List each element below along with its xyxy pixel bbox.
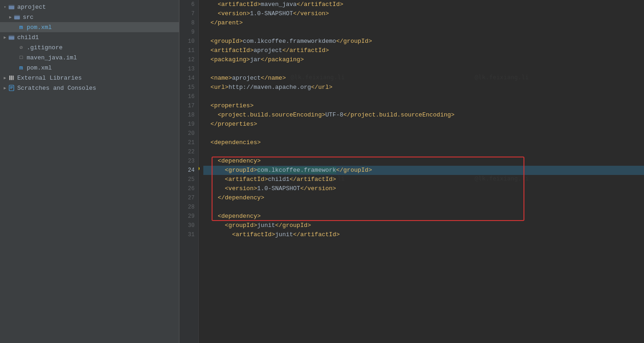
sidebar-item-label: pom.xml — [27, 24, 52, 31]
code-text: <dependencies> — [203, 138, 261, 147]
scratches-icon — [8, 84, 15, 92]
line-num-16: 16 — [183, 92, 195, 101]
code-line-19: </properties> — [203, 120, 644, 129]
line-num-17: 17 — [183, 101, 195, 110]
sidebar-item-external-libraries[interactable]: ▶ External Libraries — [0, 73, 179, 83]
code-line-8: </parent> — [203, 18, 644, 28]
code-line-16 — [203, 92, 644, 101]
line-num-14: 14 — [183, 74, 195, 83]
line-num-21: 21 — [183, 138, 195, 147]
line-num-30: 30 — [183, 221, 195, 230]
code-line-18: <project.build.sourceEncoding>UTF-8</pro… — [203, 110, 644, 120]
sidebar: ▾ aproject ▶ src m pom.xml ▶ child1 ⊘ .g… — [0, 0, 179, 343]
code-text: <groupId>junit</groupId> — [203, 221, 311, 230]
code-line-13 — [203, 64, 644, 74]
lightbulb-icon[interactable]: 💡 — [199, 166, 201, 175]
code-line-6: <artifactId>maven_java</artifactId> — [203, 0, 644, 9]
code-line-15: <url>http://maven.apache.org</url> — [203, 83, 644, 92]
sidebar-item-aproject[interactable]: ▾ aproject — [0, 2, 179, 12]
code-line-23: <dependency> — [203, 157, 644, 166]
sidebar-item-label: aproject — [17, 4, 46, 11]
line-num-25: 25 — [183, 175, 195, 184]
code-line-11: <artifactId>aproject</artifactId> — [203, 46, 644, 55]
code-text: <artifactId>junit</artifactId> — [203, 230, 339, 239]
sidebar-item-maven-java-iml[interactable]: □ maven_java.iml — [0, 52, 179, 63]
editor: 6 7 8 9 10 11 12 13 14 15 16 17 18 19 20… — [179, 0, 644, 343]
git-icon: ⊘ — [17, 44, 25, 51]
code-text: </parent> — [203, 18, 243, 28]
code-line-14: <name>aproject</name> — [203, 74, 644, 83]
sidebar-item-label: src — [23, 14, 33, 21]
code-line-9 — [203, 28, 644, 37]
code-text: <version>1.0-SNAPSHOT</version> — [203, 184, 336, 193]
svg-rect-9 — [9, 85, 14, 91]
line-numbers: 6 7 8 9 10 11 12 13 14 15 16 17 18 19 20… — [179, 0, 199, 343]
line-num-31: 31 — [183, 230, 195, 239]
sidebar-item-src[interactable]: ▶ src — [0, 12, 179, 22]
line-num-29: 29 — [183, 212, 195, 221]
code-line-29: <dependency> — [203, 212, 644, 221]
code-line-12: <packaging>jar</packaging> — [203, 55, 644, 64]
code-text: <artifactId>child1</artifactId> — [203, 175, 336, 184]
code-text: <groupId>com.lkcoffee.frameworkdemo</gro… — [203, 37, 372, 46]
line-num-9: 9 — [183, 28, 195, 37]
svg-rect-7 — [11, 76, 12, 80]
code-line-17: <properties> — [203, 101, 644, 110]
svg-rect-8 — [13, 76, 14, 80]
sidebar-item-pom-xml-root[interactable]: m pom.xml — [0, 63, 179, 73]
sidebar-item-scratches[interactable]: ▶ Scratches and Consoles — [0, 83, 179, 93]
iml-icon: □ — [17, 54, 25, 61]
maven-icon: m — [17, 64, 25, 71]
code-content[interactable]: <artifactId>maven_java</artifactId> <ver… — [199, 0, 644, 343]
code-text: <dependency> — [203, 212, 261, 221]
code-line-30: <groupId>junit</groupId> — [203, 221, 644, 230]
code-text: <project.build.sourceEncoding>UTF-8</pro… — [203, 110, 454, 120]
code-text: <url>http://maven.apache.org</url> — [203, 83, 333, 92]
svg-rect-1 — [9, 6, 14, 9]
line-num-20: 20 — [183, 129, 195, 138]
code-line-25: <artifactId>child1</artifactId> — [203, 175, 644, 184]
chevron-right-icon: ▶ — [4, 35, 6, 40]
sidebar-item-label: maven_java.iml — [27, 54, 77, 61]
line-num-11: 11 — [183, 46, 195, 55]
code-text: <dependency> — [203, 157, 261, 166]
chevron-down-icon: ▾ — [4, 5, 6, 10]
sidebar-item-label: child1 — [17, 34, 39, 41]
line-num-8: 8 — [183, 18, 195, 28]
line-num-28: 28 — [183, 203, 195, 212]
code-text: <version>1.0-SNAPSHOT</version> — [203, 9, 329, 18]
svg-rect-5 — [9, 36, 14, 40]
sidebar-item-label: Scratches and Consoles — [17, 85, 96, 92]
line-num-10: 10 — [183, 37, 195, 46]
code-line-21: <dependencies> — [203, 138, 644, 147]
line-num-26: 26 — [183, 184, 195, 193]
code-area[interactable]: 6 7 8 9 10 11 12 13 14 15 16 17 18 19 20… — [179, 0, 644, 343]
svg-rect-6 — [9, 76, 11, 80]
code-text: <packaging>jar</packaging> — [203, 55, 304, 64]
line-num-27: 27 — [183, 193, 195, 203]
code-line-26: <version>1.0-SNAPSHOT</version> — [203, 184, 644, 193]
chevron-right-icon: ▶ — [4, 76, 6, 81]
code-text: <name>aproject</name> — [203, 74, 286, 83]
line-num-12: 12 — [183, 55, 195, 64]
code-text: <artifactId>maven_java</artifactId> — [203, 0, 343, 9]
library-icon — [8, 74, 15, 81]
line-num-19: 19 — [183, 120, 195, 129]
maven-icon: m — [17, 23, 25, 31]
code-text: <artifactId>aproject</artifactId> — [203, 46, 329, 55]
code-line-10: <groupId>com.lkcoffee.frameworkdemo</gro… — [203, 37, 644, 46]
code-text: <groupId>com.lkcoffee.framework</groupId… — [203, 166, 372, 175]
line-num-7: 7 — [183, 9, 195, 18]
sidebar-item-child1[interactable]: ▶ child1 — [0, 32, 179, 42]
sidebar-item-pom-xml-child[interactable]: m pom.xml — [0, 22, 179, 32]
src-folder-icon — [13, 13, 21, 21]
sidebar-item-label: pom.xml — [27, 64, 52, 71]
svg-rect-3 — [14, 16, 20, 19]
child1-folder-icon — [8, 34, 15, 41]
sidebar-item-label: .gitignore — [27, 44, 63, 51]
code-line-27: </dependency> — [203, 193, 644, 203]
chevron-right-icon: ▶ — [9, 15, 12, 20]
sidebar-item-gitignore[interactable]: ⊘ .gitignore — [0, 42, 179, 52]
line-num-24: 24 — [183, 166, 195, 175]
line-num-15: 15 — [183, 83, 195, 92]
